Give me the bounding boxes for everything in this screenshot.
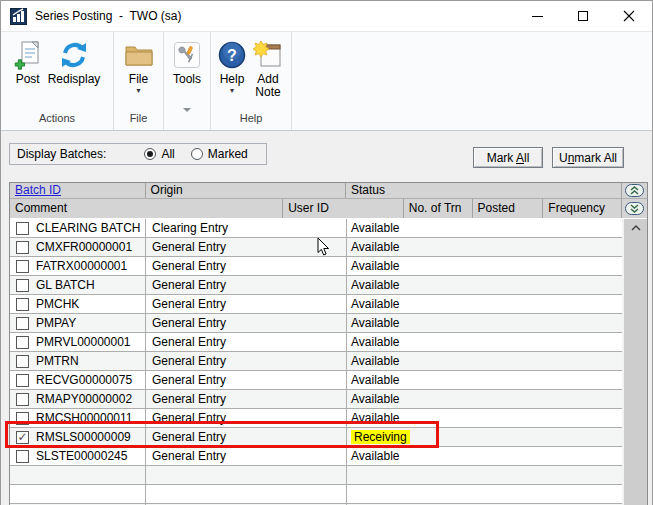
maximize-button[interactable] [560,1,606,31]
table-row[interactable]: PMCHK General Entry Available [10,295,622,314]
help-icon: ? [218,39,246,71]
help-dropdown-icon: ▾ [230,87,234,94]
file-dropdown-icon: ▾ [136,87,140,94]
header-comment: Comment [10,199,283,218]
table-row[interactable]: SLSTE00000245 General Entry Available [10,447,622,466]
expand-detail-button[interactable] [625,202,644,215]
table-row[interactable]: PMPAY General Entry Available [10,314,622,333]
scroll-up-arrow-icon [631,225,641,231]
table-row[interactable]: PMTRN General Entry Available [10,352,622,371]
table-row[interactable]: RMAPY00000002 General Entry Available [10,390,622,409]
collapse-detail-button[interactable] [625,184,644,197]
header-batch-id[interactable]: Batch ID [10,183,146,198]
table-row[interactable]: CMXFR00000001 General Entry Available [10,238,622,257]
row-checkbox[interactable] [16,222,29,235]
ribbon: Post Redisplay Actions [1,31,652,131]
redisplay-button-label: Redisplay [48,73,101,86]
minimize-icon [532,16,543,17]
radio-option-marked[interactable]: Marked [191,147,248,161]
table-row[interactable]: RECVG00000075 General Entry Available [10,371,622,390]
tools-button[interactable]: Tools [170,37,204,88]
window-title: Series Posting - TWO (sa) [35,9,181,23]
row-checkbox[interactable] [16,336,29,349]
ribbon-group-actions-label: Actions [1,109,113,130]
row-checkbox[interactable] [16,298,29,311]
app-chart-icon [10,8,27,25]
close-button[interactable] [606,1,652,31]
table-header-row-2: Comment User ID No. of Trn Posted Freque… [10,198,647,218]
ribbon-group-help-label: Help [211,109,291,130]
header-status: Status [346,183,622,198]
row-checkbox[interactable] [16,393,29,406]
header-user-id: User ID [283,199,404,218]
radio-option-all[interactable]: All [144,147,174,161]
ribbon-group-actions: Post Redisplay Actions [1,32,114,130]
radio-all-label: All [161,147,174,161]
ribbon-group-tools-label [164,109,210,130]
post-button[interactable]: Post [11,37,45,88]
file-button[interactable]: File ▾ [121,37,157,96]
add-note-button-label: Add Note [252,73,284,99]
ribbon-group-tools: Tools [164,32,211,130]
chevron-down-double-icon [629,204,640,213]
post-button-label: Post [16,73,40,86]
row-checkbox[interactable] [16,412,29,425]
scroll-up-button[interactable] [624,219,647,236]
maximize-icon [578,11,588,21]
batch-table: Batch ID Origin Status Comment User ID N… [9,182,648,505]
post-icon [14,39,42,71]
radio-marked-icon[interactable] [191,148,203,160]
display-batches-groupbox: Display Batches: All Marked [9,143,267,165]
ribbon-group-help: ? Help ▾ Add Note [211,32,292,130]
table-header-row-1: Batch ID Origin Status [10,183,647,198]
row-checkbox[interactable] [16,317,29,330]
row-checkbox[interactable] [16,374,29,387]
redisplay-button[interactable]: Redisplay [45,37,104,88]
minimize-button[interactable] [514,1,560,31]
help-button[interactable]: ? Help ▾ [215,37,249,96]
row-checkbox[interactable] [16,279,29,292]
row-checkbox[interactable] [16,450,29,463]
file-button-label: File [129,73,148,86]
radio-marked-label: Marked [208,147,248,161]
table-row-empty [10,466,622,485]
table-row[interactable]: FATRX00000001 General Entry Available [10,257,622,276]
folder-icon [124,39,154,71]
row-checkbox[interactable] [16,241,29,254]
tools-icon [174,39,200,71]
tools-group-dropdown-icon[interactable] [183,108,191,124]
unmark-all-button[interactable]: Unmark All [552,147,624,168]
header-posted: Posted [473,199,544,218]
header-no-of-trn: No. of Trn [404,199,473,218]
table-body: CLEARING BATCH Clearing Entry Available … [10,219,622,505]
add-note-button[interactable]: Add Note [249,37,287,101]
row-checkbox[interactable] [16,260,29,273]
redisplay-refresh-icon [59,39,89,71]
display-batches-label: Display Batches: [17,147,106,161]
ribbon-group-file-label: File [114,109,163,130]
help-button-label: Help [220,73,245,86]
row-checkbox[interactable] [16,355,29,368]
table-row[interactable]: CLEARING BATCH Clearing Entry Available [10,219,622,238]
close-icon [623,10,635,22]
add-note-icon [253,39,283,71]
table-row[interactable]: GL BATCH General Entry Available [10,276,622,295]
vertical-scrollbar[interactable] [622,219,647,505]
table-row[interactable]: PMRVL00000001 General Entry Available [10,333,622,352]
tools-button-label: Tools [173,73,201,86]
svg-text:?: ? [227,47,237,64]
row-checkbox-checked[interactable]: ✓ [16,431,29,444]
header-expand-cell [622,183,647,198]
titlebar: Series Posting - TWO (sa) [1,1,652,31]
header-collapse-cell [622,199,647,218]
mark-all-button[interactable]: Mark All [473,147,543,168]
table-row-marked[interactable]: ✓RMSLS00000009 General Entry Receiving [10,428,622,447]
status-highlighted: Receiving [351,430,410,444]
header-origin: Origin [146,183,346,198]
header-frequency: Frequency [543,199,622,218]
radio-all-icon[interactable] [144,148,156,160]
table-row[interactable]: RMCSH00000011 General Entry Available [10,409,622,428]
series-posting-window: Series Posting - TWO (sa) [0,0,653,505]
caption-buttons [514,1,652,31]
chevron-up-double-icon [629,186,640,195]
